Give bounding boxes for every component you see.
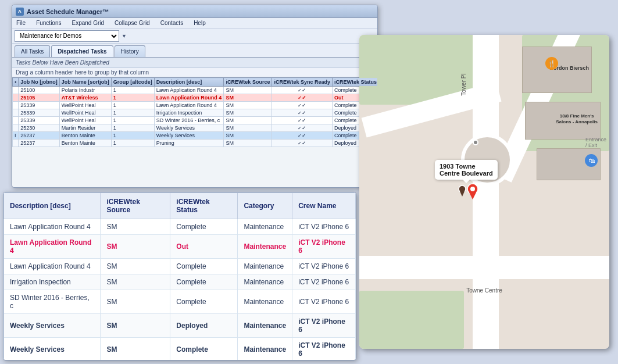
cell-source: SM xyxy=(224,117,272,124)
gray-dot-marker xyxy=(473,140,478,145)
bottom-col-status[interactable]: iCREWtek Status xyxy=(170,193,238,219)
cell-desc: Pruning xyxy=(154,140,224,147)
bottom-cell-source: SM xyxy=(101,219,170,235)
col-header-marker[interactable]: ▪ xyxy=(13,78,19,87)
bottom-col-desc[interactable]: Description [desc] xyxy=(4,193,101,219)
list-item[interactable]: Lawn Application Round 4 SM Out Maintena… xyxy=(4,235,356,259)
bottom-cell-category: Maintenance xyxy=(238,219,292,235)
tab-history[interactable]: History xyxy=(115,45,145,57)
col-header-jobno[interactable]: Job No [jobno] xyxy=(19,78,59,87)
list-item[interactable]: Weekly Services SM Complete Maintenance … xyxy=(4,338,356,361)
tab-all-tasks[interactable]: All Tasks xyxy=(15,45,50,57)
table-row[interactable]: 25237 Benton Mainte 1 Pruning SM ✓ Deplo… xyxy=(13,140,378,147)
cell-sync: ✓ xyxy=(272,140,333,147)
cell-jobno: 25105 xyxy=(19,94,59,102)
menu-contacts[interactable]: Contacts xyxy=(159,20,185,26)
cell-source: SM xyxy=(224,102,272,109)
cell-jobname: AT&T Wireless xyxy=(59,94,111,102)
list-item[interactable]: Lawn Application Round 4 SM Complete Mai… xyxy=(4,219,356,235)
list-item[interactable]: Weekly Services SM Deployed Maintenance … xyxy=(4,314,356,338)
shop-icon: 🛍 xyxy=(585,154,598,167)
table-row[interactable]: 25100 Polaris Industr 1 Lawn Application… xyxy=(13,87,378,94)
list-item[interactable]: SD Winter 2016 - Berries, c SM Complete … xyxy=(4,290,356,314)
map-window[interactable]: Tower Pl Towne Centre Entrance/ Exit Gor… xyxy=(359,35,609,349)
cell-source: SM xyxy=(224,87,272,94)
restaurant-icon: 🍴 xyxy=(545,57,558,70)
cell-desc: Lawn Application Round 4 xyxy=(154,94,224,102)
cell-jobname: WellPoint Heal xyxy=(59,102,111,109)
bottom-col-category[interactable]: Category xyxy=(238,193,292,219)
cell-source: SM xyxy=(224,94,272,102)
table-row[interactable]: 25230 Martin Resider 1 Weekly Services S… xyxy=(13,124,378,132)
svg-marker-4 xyxy=(460,191,465,197)
cell-jobno: 25100 xyxy=(19,87,59,94)
cell-jobno: 25339 xyxy=(19,117,59,124)
row-marker xyxy=(13,102,19,109)
table-row[interactable]: 25339 WellPoint Heal 1 SD Winter 2016 - … xyxy=(13,117,378,124)
bottom-cell-category: Maintenance xyxy=(238,290,292,314)
top-data-table: ▪ Job No [jobno] Job Name [sortjob] Grou… xyxy=(12,77,377,147)
cell-sync: ✓ xyxy=(272,102,333,109)
cell-group: 1 xyxy=(111,94,154,102)
menu-bar: File Functions Expand Grid Collapse Grid… xyxy=(12,18,377,28)
tower-pl-label: Tower Pl xyxy=(460,73,467,95)
bottom-cell-source: SM xyxy=(101,290,170,314)
bottom-cell-source: SM xyxy=(101,235,170,259)
table-row[interactable]: 25339 WellPoint Heal 1 Lawn Application … xyxy=(13,102,378,109)
bottom-cell-category: Maintenance xyxy=(238,259,292,274)
bottom-cell-desc: Weekly Services xyxy=(4,314,101,338)
menu-functions[interactable]: Functions xyxy=(34,20,63,26)
bottom-cell-crew: iCT V2 iPhone 6 xyxy=(292,259,356,274)
cell-jobno: 25230 xyxy=(19,124,59,132)
table-row[interactable]: 25105 AT&T Wireless 1 Lawn Application R… xyxy=(13,94,378,102)
bottom-cell-status: Complete xyxy=(170,219,238,235)
col-header-status[interactable]: iCREWtek Status xyxy=(332,78,377,87)
tabs-bar: All Tasks Dispatched Tasks History xyxy=(12,44,377,58)
list-item[interactable]: Lawn Application Round 4 SM Complete Mai… xyxy=(4,259,356,274)
bottom-cell-category: Maintenance xyxy=(238,274,292,290)
col-header-jobname[interactable]: Job Name [sortjob] xyxy=(59,78,111,87)
table-row[interactable]: 25339 WellPoint Heal 1 Irrigation Inspec… xyxy=(13,109,378,117)
row-marker xyxy=(13,109,19,117)
cell-jobname: WellPoint Heal xyxy=(59,117,111,124)
cell-sync: ✓ xyxy=(272,117,333,124)
green-area-3 xyxy=(359,291,464,349)
top-table-container[interactable]: ▪ Job No [jobno] Job Name [sortjob] Grou… xyxy=(12,77,377,187)
bottom-cell-crew: iCT V2 iPhone 6 xyxy=(292,274,356,290)
col-header-group[interactable]: Group [altcode] xyxy=(111,78,154,87)
cell-source: SM xyxy=(224,124,272,132)
col-header-source[interactable]: iCREWtek Source xyxy=(224,78,272,87)
menu-expand-grid[interactable]: Expand Grid xyxy=(70,20,106,26)
row-marker xyxy=(13,94,19,102)
bottom-col-source[interactable]: iCREWtek Source xyxy=(101,193,170,219)
cell-jobno: 25339 xyxy=(19,109,59,117)
bottom-cell-desc: Lawn Application Round 4 xyxy=(4,219,101,235)
bottom-col-crew[interactable]: Crew Name xyxy=(292,193,356,219)
bottom-cell-category: Maintenance xyxy=(238,338,292,361)
col-header-desc[interactable]: Description [desc] xyxy=(154,78,224,87)
list-item[interactable]: Irrigation Inspection SM Complete Mainte… xyxy=(4,274,356,290)
bottom-cell-desc: Weekly Services xyxy=(4,338,101,361)
cell-jobno: 25339 xyxy=(19,102,59,109)
bottom-cell-crew: iCT V2 iPhone 6 xyxy=(292,290,356,314)
menu-file[interactable]: File xyxy=(15,20,27,26)
cell-desc: Lawn Application Round 4 xyxy=(154,87,224,94)
cell-sync: ✓ xyxy=(272,109,333,117)
dispatched-notice: Tasks Below Have Been Dispatched xyxy=(12,58,377,68)
app-title: Asset Schedule Manager™ xyxy=(27,8,109,15)
bottom-cell-desc: Lawn Application Round 4 xyxy=(4,259,101,274)
col-header-sync[interactable]: iCREWtek Sync Ready xyxy=(272,78,333,87)
cell-jobname: Martin Resider xyxy=(59,124,111,132)
cell-sync: ✓ xyxy=(272,87,333,94)
fine-mens-label: 18/8 Fine Men'sSalons - Annapolis xyxy=(556,113,598,124)
bottom-cell-source: SM xyxy=(101,259,170,274)
cell-jobno: 25237 xyxy=(19,132,59,140)
bottom-table-window: Description [desc] iCREWtek Source iCREW… xyxy=(3,192,356,361)
menu-help[interactable]: Help xyxy=(192,20,208,26)
table-row[interactable]: I 25237 Benton Mainte 1 Weekly Services … xyxy=(13,132,378,140)
maintenance-dropdown[interactable]: Maintenance for Demos xyxy=(15,30,119,42)
cell-group: 1 xyxy=(111,87,154,94)
menu-collapse-grid[interactable]: Collapse Grid xyxy=(113,20,152,26)
cell-jobno: 25237 xyxy=(19,140,59,147)
tab-dispatched-tasks[interactable]: Dispatched Tasks xyxy=(51,45,113,57)
